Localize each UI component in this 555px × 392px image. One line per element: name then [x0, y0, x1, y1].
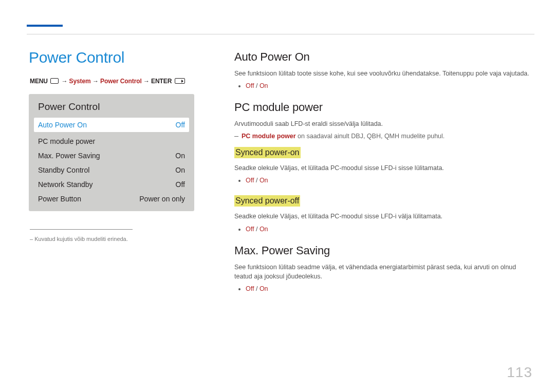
settings-panel: Power Control Auto Power On Off PC modul… — [29, 94, 194, 211]
panel-row-label: Auto Power On — [38, 121, 87, 129]
footnote-rule — [30, 229, 133, 230]
page-title: Power Control — [29, 49, 203, 66]
panel-row-value: Power on only — [139, 195, 185, 203]
note-pc-module-power: PC module power on saadaval ainult DBJ, … — [234, 133, 534, 140]
panel-row-value: Off — [176, 121, 185, 129]
panel-row-label: PC module power — [38, 137, 95, 145]
panel-footnote: – Kuvatud kujutis võib mudeliti erineda. — [30, 236, 203, 242]
panel-row-label: Standby Control — [38, 166, 89, 174]
crumb-power-control: Power Control — [100, 78, 142, 85]
panel-row-max-power-saving: Max. Power Saving On — [37, 148, 186, 163]
top-rule — [27, 34, 534, 34]
desc-synced-power-on: Seadke olekule Väljas, et lülitada PC-mo… — [234, 163, 534, 173]
panel-row-label: Power Button — [38, 195, 81, 203]
panel-row-value: Off — [176, 180, 185, 189]
desc-max-power-saving: See funktsioon lülitab seadme välja, et … — [234, 263, 534, 281]
options-max-power-saving: Off / On — [234, 285, 534, 292]
subsection-synced-power-on: Synced power-on — [234, 147, 301, 158]
options-synced-power-off: Off / On — [234, 226, 534, 233]
panel-row-network-standby: Network Standby Off — [37, 177, 186, 192]
panel-row-power-button: Power Button Power on only — [37, 192, 186, 206]
section-accent-bar — [27, 25, 63, 27]
subsection-synced-power-off: Synced power-off — [234, 195, 300, 207]
page-number: 113 — [507, 364, 532, 381]
desc-pc-module-power: Arvutimooduli saab LFD-st eraldi sisse/v… — [234, 119, 534, 128]
crumb-system: System — [69, 78, 91, 85]
panel-row-auto-power-on: Auto Power On Off — [34, 118, 189, 132]
section-max-power-saving: Max. Power Saving — [234, 244, 534, 257]
panel-row-pc-module-power: PC module power — [37, 134, 186, 148]
options-auto-power-on: Off / On — [234, 82, 534, 89]
options-synced-power-on: Off / On — [234, 177, 534, 184]
section-pc-module-power: PC module power — [234, 101, 534, 114]
panel-row-value: On — [175, 152, 185, 160]
panel-title: Power Control — [38, 101, 186, 113]
panel-row-label: Network Standby — [38, 180, 93, 189]
crumb-menu: MENU — [30, 78, 48, 85]
desc-synced-power-off: Seadke olekule Väljas, et lülitada PC-mo… — [234, 212, 534, 221]
panel-row-value: On — [175, 166, 185, 174]
panel-row-label: Max. Power Saving — [38, 152, 100, 160]
section-auto-power-on: Auto Power On — [234, 50, 534, 64]
panel-row-standby-control: Standby Control On — [37, 163, 186, 177]
breadcrumb: MENU → System → Power Control → ENTER — [30, 78, 203, 85]
enter-icon — [175, 78, 185, 84]
menu-icon — [50, 78, 59, 84]
desc-auto-power-on: See funktsioon lülitab toote sisse kohe,… — [234, 69, 534, 78]
crumb-enter: ENTER — [151, 78, 172, 85]
